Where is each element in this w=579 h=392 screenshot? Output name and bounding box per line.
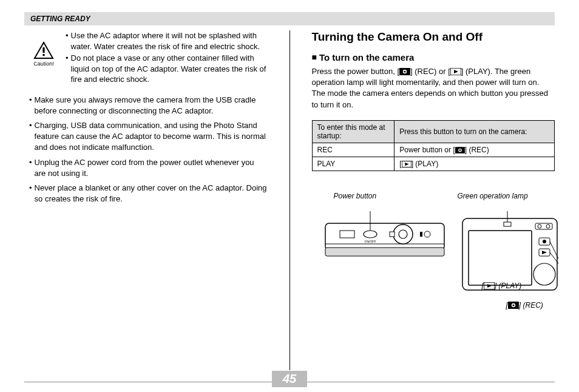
section-header: GETTING READY <box>24 12 555 25</box>
table-row: REC Power button or [] (REC) <box>312 143 555 157</box>
bullet-text: Make sure you always remove the camera f… <box>35 95 268 117</box>
svg-rect-10 <box>458 147 461 147</box>
right-column: Turning the Camera On and Off ■To turn o… <box>312 30 555 358</box>
svg-point-12 <box>459 149 461 151</box>
table-cell-button: Power button or [] (REC) <box>394 143 555 157</box>
svg-marker-39 <box>487 284 492 288</box>
table-cell-mode: PLAY <box>312 157 394 171</box>
table-header-right: Press this button to turn on the camera: <box>394 120 555 143</box>
play-icon <box>450 68 461 75</box>
caution-bullet-text: Do not place a vase or any other contain… <box>71 53 268 85</box>
table-cell-mode: REC <box>312 143 394 157</box>
svg-point-19 <box>399 230 407 238</box>
svg-rect-27 <box>469 231 532 285</box>
svg-point-32 <box>546 225 550 228</box>
bullet-item: •Charging, USB data communication, and u… <box>29 120 268 154</box>
subsection-title: ■To turn on the camera <box>312 52 555 63</box>
svg-point-21 <box>364 231 377 238</box>
svg-rect-28 <box>504 222 511 226</box>
bullet-item: •Make sure you always remove the camera … <box>29 95 268 117</box>
bullet-text: Never place a blanket or any other cover… <box>35 183 268 204</box>
svg-rect-2 <box>42 54 44 56</box>
caution-bullet: •Do not place a vase or any other contai… <box>66 53 268 85</box>
svg-point-37 <box>533 263 555 285</box>
svg-rect-41 <box>512 302 515 302</box>
svg-rect-4 <box>403 68 407 69</box>
svg-point-43 <box>512 304 514 306</box>
mode-table: To enter this mode at startup: Press thi… <box>312 120 555 171</box>
svg-marker-14 <box>405 163 408 166</box>
play-icon <box>484 282 495 289</box>
camera-top-illustration: ON/OFF <box>324 210 445 260</box>
column-divider <box>290 30 290 370</box>
bullet-text: Unplug the AC power cord from the power … <box>35 157 268 179</box>
left-column: Caution! •Use the AC adaptor where it wi… <box>24 30 268 358</box>
page-footer: 45 <box>24 366 555 382</box>
section-title: Turning the Camera On and Off <box>312 30 555 44</box>
camera-icon <box>455 147 465 154</box>
label-power-button: Power button <box>334 192 377 200</box>
camera-diagram: Power button Green operation lamp <box>312 186 555 319</box>
table-cell-button: [] (PLAY) <box>394 157 555 171</box>
on-off-label: ON/OFF <box>364 240 376 243</box>
label-play: [] (PLAY) <box>482 282 522 290</box>
table-header-left: To enter this mode at startup: <box>312 120 394 143</box>
label-rec: [] (REC) <box>506 301 543 309</box>
table-row: PLAY [] (PLAY) <box>312 157 555 171</box>
bullet-text: Charging, USB data communication, and us… <box>35 120 268 154</box>
caution-bullet-text: Use the AC adaptor where it will not be … <box>71 30 268 52</box>
camera-icon <box>508 302 519 309</box>
svg-rect-17 <box>325 248 444 256</box>
svg-point-31 <box>538 225 541 228</box>
svg-rect-20 <box>390 232 394 237</box>
bullet-item: •Never place a blanket or any other cove… <box>29 183 268 204</box>
caution-icon: Caution! <box>29 41 58 67</box>
svg-rect-1 <box>42 47 44 53</box>
svg-point-24 <box>424 231 430 237</box>
page-number: 45 <box>272 371 307 387</box>
play-icon <box>402 161 411 167</box>
caution-bullet: •Use the AC adaptor where it will not be… <box>66 30 268 52</box>
svg-rect-25 <box>420 232 422 237</box>
caution-label: Caution! <box>33 61 54 67</box>
svg-rect-23 <box>340 231 354 238</box>
svg-point-34 <box>543 240 546 243</box>
svg-point-6 <box>404 70 405 72</box>
label-green-lamp: Green operation lamp <box>458 192 528 200</box>
intro-paragraph: Press the power button, [] (REC) or [] (… <box>312 66 555 110</box>
bullet-item: •Unplug the AC power cord from the power… <box>29 157 268 179</box>
camera-icon <box>399 68 410 75</box>
svg-marker-8 <box>454 70 458 73</box>
